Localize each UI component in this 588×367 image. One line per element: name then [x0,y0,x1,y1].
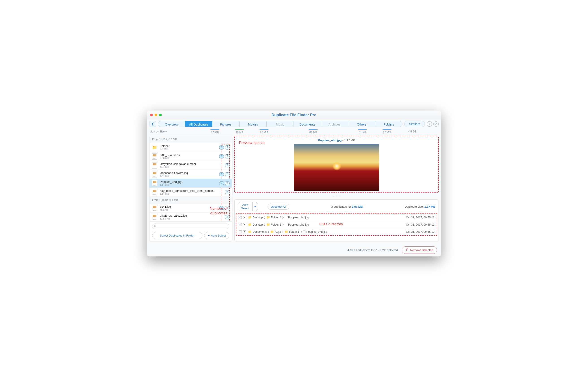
tab-folders[interactable]: Folders [375,121,402,127]
back-button[interactable]: ❮ [149,121,156,127]
tab-documents[interactable]: Documents [294,121,321,127]
tab-overview[interactable]: Overview [158,121,185,127]
group-header: From 1 MB to 10 MB [149,136,232,143]
jpeg-icon: JPEG [152,214,157,220]
jpeg-icon: JPEG [152,180,157,186]
window-title: Duplicate File Finder Pro [147,113,441,117]
rss-icon[interactable] [433,121,439,127]
path-row[interactable]: ▼📁Documents❯📁Asya❯📁Folder 1❯Poppies_uhd.… [236,228,437,235]
search-row: ⚲ [149,222,232,230]
preview-filename: Poppies_uhd.jpg [318,139,342,142]
chevron-right-icon: ❯ [282,223,284,226]
size-archives [326,129,350,134]
file-icon [285,223,287,226]
path-row[interactable]: ▼📁Desktop❯📁Folder 4❯Poppies_uhd.jpgOct 3… [236,214,437,221]
tab-music[interactable]: Music [267,121,294,127]
path-expand-button[interactable]: ▼ [243,216,246,219]
main-panel: Preview section Poppies_uhd.jpg - 1.17 M… [234,136,439,242]
file-name: Folder 3 [160,144,219,148]
trash-icon [406,248,409,252]
toolbar-icons: i [427,121,439,127]
sort-dropdown[interactable]: Sort by Size ▾ [149,130,176,133]
group-header: From 100 KB to 1 MB [149,197,232,204]
size-all duplicates: 4.5 GB [203,129,227,134]
tab-archives[interactable]: Archives [321,121,348,127]
preview-size: - 1.17 MB [342,139,355,142]
folder-icon: 📁 [248,216,252,219]
select-duplicates-in-folder-button[interactable]: Select Duplicates in Folder [152,232,202,239]
file-size: 2.9 MB [160,148,219,150]
breadcrumb: 📁Desktop❯📁Folder 4❯Poppies_uhd.jpg [248,216,406,219]
dup-auto-select-button[interactable]: Auto Select [238,202,252,211]
annotation-number-of-duplicates: Number of duplicates [210,206,227,216]
file-icon [285,216,287,219]
path-checkbox[interactable] [239,230,242,234]
path-checkbox[interactable] [239,216,242,219]
titlebar: Duplicate File Finder Pro [147,110,441,119]
selection-summary: 4 files and folders for 7.91 MB selected [347,248,398,252]
file-name: hay_bales_agriculture_field_trees_house.… [160,189,225,192]
selected-count-badge: 1 [219,172,224,176]
annotation-files-directory: Files directory [319,222,343,226]
dup-auto-select-dropdown[interactable]: ▾ [252,202,258,211]
duplicate-count-badge: 3 [225,190,230,194]
file-size: 1.44 MB [160,175,219,177]
tab-similars[interactable]: Similars [404,121,425,127]
path-checkbox[interactable] [239,223,242,226]
chevron-left-icon: ❮ [151,122,154,126]
file-row[interactable]: kitayskoe issledovanie.mobi1.94 MB2 [149,161,232,170]
footer: 4 files and folders for 7.91 MB selected… [147,244,441,257]
deselect-all-button[interactable]: Deselect All [268,204,290,210]
breadcrumb: 📁Documents❯📁Asya❯📁Folder 1❯Poppies_uhd.j… [248,230,406,234]
file-row[interactable]: JPEGlandscape-flowers.jpg1.44 MB15 [149,170,232,179]
info-icon[interactable]: i [427,121,432,127]
svg-point-0 [435,125,436,125]
file-name: kitayskoe issledovanie.mobi [160,162,225,166]
remove-selected-button[interactable]: Remove Selected [402,246,437,254]
sidebar-actions: Select Duplicates in Folder ✦ Auto Selec… [149,230,232,241]
file-list-sidebar: From 1 MB to 10 MB📁Folder 32.9 MB12JPEGI… [149,136,232,242]
jpeg-icon: JPEG [152,171,157,177]
file-name: landscape-flowers.jpg [160,171,219,175]
folder-icon: 📁 [248,223,252,226]
auto-select-button[interactable]: ✦ Auto Select [204,232,229,239]
preview-section: Preview section Poppies_uhd.jpg - 1.17 M… [234,136,439,193]
folder-icon: 📁 [270,230,274,234]
duplicate-count-badge: 2 [225,145,230,150]
path-date: Oct 31, 2017, 09:55:12 [406,230,434,234]
path-expand-button[interactable]: ▼ [243,230,246,234]
splitter-handle[interactable]: : : : : : : : [234,195,439,197]
jpeg-icon: JPEG [152,205,157,211]
search-icon: ⚲ [154,225,156,228]
selected-count-badge: 1 [219,145,224,150]
file-size: 1.94 MB [160,166,225,168]
file-row[interactable]: 📁Folder 32.9 MB12 [149,143,232,152]
chevron-right-icon: ❯ [268,231,269,233]
file-size: 1.14 MB [160,192,225,195]
tab-others[interactable]: Others [348,121,375,127]
duplicates-panel: Auto Select ▾ Deselect All 3 duplicates … [234,199,439,242]
path-list: Files directory ▼📁Desktop❯📁Folder 4❯Popp… [236,214,437,236]
tab-pictures[interactable]: Pictures [212,121,239,127]
tab-all-duplicates[interactable]: All Duplicates [185,121,212,127]
path-expand-button[interactable]: ▼ [243,223,246,226]
search-input[interactable] [152,224,229,229]
folder-icon: 📁 [248,230,252,234]
chevron-right-icon: ❯ [282,231,284,233]
preview-image [294,144,379,191]
size-others: 41 KB [350,129,375,134]
file-row[interactable]: JPEGPoppies_uhd.jpg1.17 MB23 [149,179,232,188]
tab-movies[interactable]: Movies [239,121,267,127]
category-tabs: OverviewAll DuplicatesPicturesMoviesMusi… [158,121,402,127]
duplicate-count-badge: 3 [225,181,230,185]
chevron-right-icon: ❯ [264,216,266,219]
similars-size: 4.5 GB [401,130,424,133]
file-icon [303,230,305,234]
duplicate-size-label: Duplicate size: 1.17 MB [405,205,435,208]
file-name: IMG_3543.JPG [160,153,219,157]
selected-count-badge: 2 [219,181,224,185]
file-row[interactable]: JPEGhay_bales_agriculture_field_trees_ho… [149,188,232,197]
file-row[interactable]: JPEGIMG_3543.JPG2.68 MB12 [149,152,232,161]
content-area: From 1 MB to 10 MB📁Folder 32.9 MB12JPEGI… [147,136,441,244]
chevron-right-icon: ❯ [282,216,284,219]
